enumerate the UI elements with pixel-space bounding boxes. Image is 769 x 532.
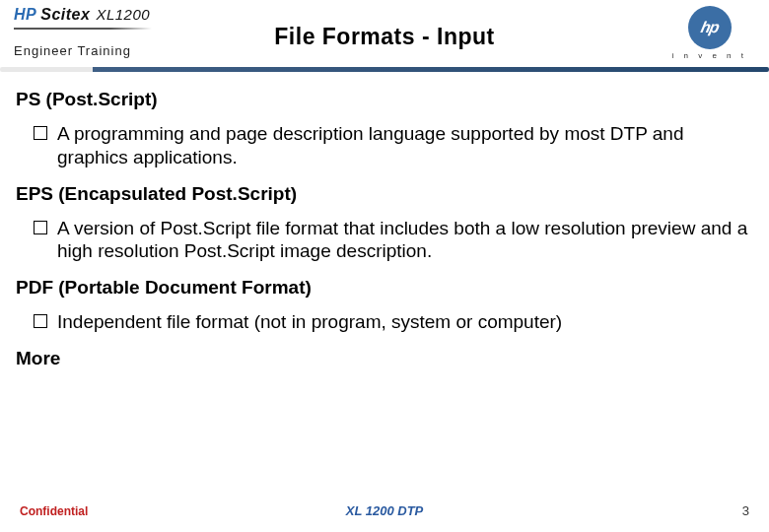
hp-logo-letters: hp [699, 19, 720, 36]
hp-logo-tagline: i n v e n t [672, 51, 747, 60]
page-number: 3 [742, 503, 749, 518]
bullet-text: A version of Post.Script file format tha… [57, 217, 753, 264]
section-heading-ps: PS (Post.Script) [16, 89, 753, 110]
section-heading-more: More [16, 348, 753, 369]
brand-underline [14, 28, 152, 30]
hp-logo-circle-icon: hp [688, 6, 732, 49]
brand-hp-text: HP [14, 6, 36, 23]
bullet-item: Independent file format (not in program,… [34, 310, 753, 334]
section-heading-eps: EPS (Encapsulated Post.Script) [16, 183, 753, 205]
slide-content: PS (Post.Script) A programming and page … [0, 71, 769, 369]
square-bullet-icon [34, 314, 47, 328]
header-divider [0, 67, 769, 72]
bullet-text: Independent file format (not in program,… [57, 310, 562, 334]
product-brand: HPScitexXL1200 [14, 6, 150, 24]
square-bullet-icon [34, 221, 47, 234]
header-subtitle: Engineer Training [14, 43, 131, 58]
confidential-label: Confidential [20, 504, 88, 518]
hp-logo: hp i n v e n t [672, 6, 747, 60]
bullet-item: A programming and page description langu… [34, 122, 753, 169]
slide-footer: Confidential XL 1200 DTP 3 [0, 503, 769, 518]
slide-title: File Formats - Input [274, 24, 494, 50]
square-bullet-icon [34, 126, 47, 140]
slide-header: HPScitexXL1200 Engineer Training File Fo… [0, 0, 769, 71]
footer-center-text: XL 1200 DTP [346, 503, 424, 518]
bullet-text: A programming and page description langu… [57, 122, 753, 169]
bullet-item: A version of Post.Script file format tha… [34, 217, 753, 264]
brand-scitex-text: Scitex [40, 6, 90, 23]
section-heading-pdf: PDF (Portable Document Format) [16, 277, 753, 299]
brand-model-text: XL1200 [96, 6, 150, 23]
